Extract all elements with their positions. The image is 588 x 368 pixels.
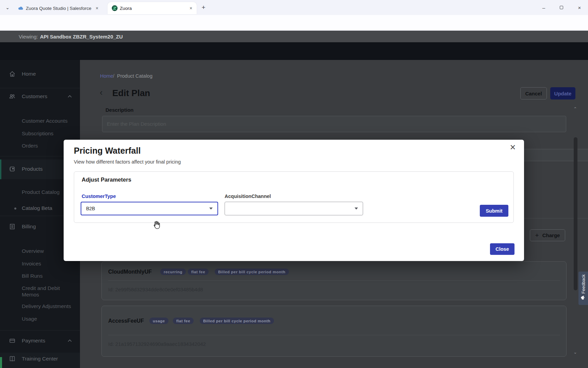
charge-id: Id: 2e99f58d32934dde8c0e0ef03485b4d8 [108, 287, 203, 292]
breadcrumb-current: Product Catalog [117, 73, 152, 79]
window-maximize-button[interactable] [558, 4, 565, 11]
sidebar-item-delivery-adjustments[interactable]: Delivery Adjustments [22, 303, 71, 309]
chevron-up-icon [67, 338, 72, 343]
charge-card[interactable]: CloudMonthlyUF recurring flat fee Billed… [101, 261, 567, 300]
window-minimize-button[interactable]: – [540, 4, 547, 11]
customer-type-label: CustomerType [82, 194, 116, 199]
charge-type-badge: recurring [160, 269, 186, 275]
sidebar-item-overview[interactable]: Overview [22, 248, 44, 254]
tab-close-icon[interactable]: × [188, 5, 194, 11]
charge-name: CloudMonthlyUF [108, 269, 152, 275]
mouse-cursor-hand [152, 221, 160, 230]
browser-tabstrip: ⌄ Zuora Quote Studio | Salesforce × Zuor… [0, 0, 588, 15]
chevron-down-icon [209, 208, 213, 210]
tab-close-icon[interactable]: × [94, 5, 100, 11]
zuora-favicon [112, 5, 118, 11]
charge-card[interactable]: AccessFeeUF usage flat fee Billed per bi… [101, 306, 567, 357]
date-field[interactable] [522, 149, 588, 161]
environment-banner-value: API Sandbox ZBZR_System20_ZU [40, 34, 122, 40]
sidebar-item-bill-runs[interactable]: Bill Runs [22, 273, 43, 279]
sidebar-item-invoices[interactable]: Invoices [22, 261, 41, 267]
sidebar-item-catalog-beta[interactable]: Catalog Beta [22, 205, 52, 211]
megaphone-icon [581, 295, 586, 301]
modal-close-button[interactable]: Close [490, 243, 514, 255]
charge-id: Id: 21a1957132924690a9aaec1834342042 [108, 341, 206, 347]
training-book-icon [9, 355, 16, 362]
charge-name: AccessFeeUF [108, 318, 144, 324]
scroll-down-icon[interactable]: ⌄ [573, 350, 577, 355]
charge-model-badge: flat fee [188, 269, 209, 275]
sidebar-item-credit-debit-memos[interactable]: Credit and Debit Memos [22, 285, 73, 298]
sidebar-item-usage[interactable]: Usage [22, 316, 37, 322]
description-placeholder: Enter the Plan Description [107, 121, 166, 127]
new-tab-button[interactable]: + [199, 3, 208, 12]
environment-banner-prefix: Viewing: [19, 34, 38, 40]
add-charge-button[interactable]: + Charge [530, 229, 565, 241]
environment-banner: Viewing: API Sandbox ZBZR_System20_ZU [0, 31, 588, 42]
payments-icon [9, 337, 16, 344]
feedback-label: Feedback [581, 274, 586, 294]
acquisition-channel-select[interactable] [225, 202, 363, 215]
feedback-tab[interactable]: Feedback [578, 272, 588, 305]
update-button[interactable]: Update [550, 87, 575, 99]
description-label: Description [105, 107, 134, 113]
plus-icon: + [535, 232, 539, 239]
acquisition-channel-label: AcquisitionChannel [225, 194, 271, 199]
scroll-up-icon[interactable]: ⌃ [573, 106, 577, 111]
customer-type-value: B2B [86, 206, 209, 211]
tab-title: Zuora [120, 6, 186, 11]
sidebar-item-home[interactable]: Home [0, 71, 80, 77]
home-icon [9, 71, 16, 77]
breadcrumb-home-link[interactable]: Home [100, 73, 113, 79]
customer-type-select[interactable]: B2B [81, 202, 218, 215]
tab-search-chevron-icon[interactable]: ⌄ [3, 3, 12, 12]
sidebar-item-customers[interactable]: Customers [0, 93, 80, 99]
modal-title: Pricing Waterfall [74, 146, 141, 156]
tab-title: Zuora Quote Studio | Salesforce [26, 6, 92, 11]
salesforce-cloud-favicon [18, 5, 24, 11]
page-title: Edit Plan [112, 88, 150, 98]
modal-subtitle: View how different factors affect your f… [74, 159, 181, 165]
window-close-button[interactable]: × [576, 4, 583, 11]
scrollbar-thumb[interactable] [574, 137, 577, 290]
current-page-bullet [14, 208, 16, 210]
adjust-parameters-title: Adjust Parameters [82, 177, 131, 183]
sidebar-item-payments[interactable]: Payments [0, 338, 80, 344]
cancel-button[interactable]: Cancel [520, 87, 547, 99]
sidebar-item-product-catalog[interactable]: Product Catalog [22, 189, 60, 195]
sidebar-item-customer-accounts[interactable]: Customer Accounts [22, 118, 67, 124]
modal-close-icon[interactable]: ✕ [508, 142, 518, 153]
products-icon [9, 166, 16, 172]
sidebar-item-training-center[interactable]: Training Center [0, 356, 80, 362]
description-textarea[interactable]: Enter the Plan Description [102, 116, 566, 132]
submit-button[interactable]: Submit [480, 205, 508, 217]
billing-icon [9, 223, 16, 230]
back-chevron-icon[interactable]: ‹ [100, 87, 103, 98]
customers-icon [9, 93, 16, 100]
charge-billing-badge: Billed per bill cycle period month [200, 318, 274, 324]
bottom-left-accent [0, 357, 2, 368]
sidebar-item-subscriptions[interactable]: Subscriptions [22, 131, 53, 137]
charge-model-badge: flat fee [173, 318, 194, 324]
zuora-header: ZUORA Billing Search Ctrl+K ! ? M [0, 42, 588, 60]
breadcrumb-separator: / [113, 73, 114, 79]
tab-salesforce[interactable]: Zuora Quote Studio | Salesforce × [14, 2, 103, 14]
charge-billing-badge: Billed per bill cycle period month [215, 269, 289, 275]
sidebar-item-orders[interactable]: Orders [22, 143, 38, 149]
section-divider [522, 218, 588, 218]
browser-toolbar: ← → ↻ ⌂ apisandbox.zuora.com/platform/ap… [0, 15, 588, 31]
chevron-down-icon [355, 208, 358, 210]
chevron-up-icon [67, 94, 72, 99]
tab-zuora[interactable]: Zuora × [108, 2, 197, 14]
charge-type-badge: usage [149, 318, 168, 324]
